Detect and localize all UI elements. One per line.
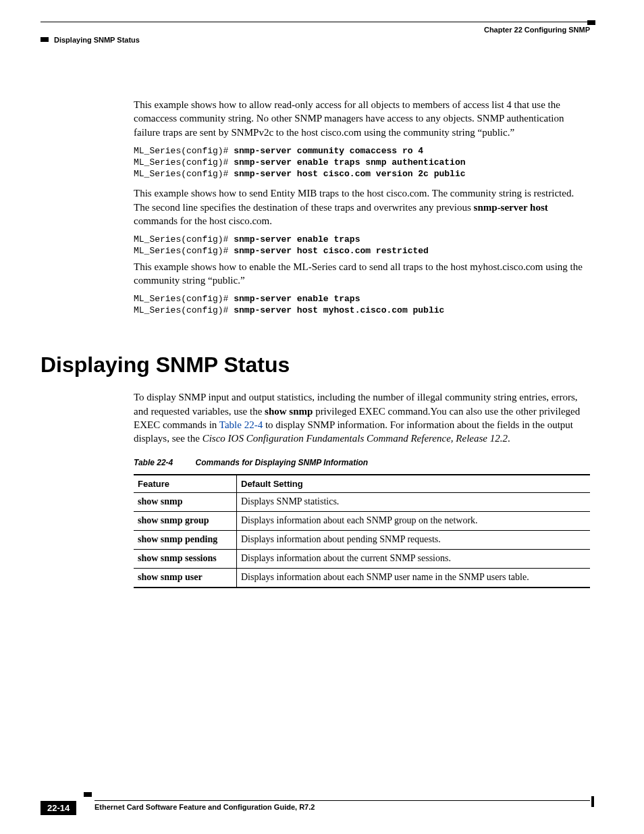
page: Chapter 22 Configuring SNMP Displaying S… <box>0 0 644 834</box>
table-header-feature: Feature <box>134 475 237 493</box>
right-edge-marker <box>591 796 594 807</box>
bold-text: snmp-server host <box>474 202 548 213</box>
feature-cell: show snmp <box>134 493 237 512</box>
prompt: ML_Series(config)# <box>134 157 234 167</box>
code-block-2: ML_Series(config)# snmp-server enable tr… <box>134 234 590 257</box>
section-heading: Displaying SNMP Status <box>41 350 590 380</box>
content-area: This example shows how to allow read-onl… <box>134 98 590 588</box>
paragraph-3: This example shows how to enable the ML-… <box>134 260 590 288</box>
table-caption: Table 22-4 Commands for Displaying SNMP … <box>134 457 590 468</box>
code-block-3: ML_Series(config)# snmp-server enable tr… <box>134 294 590 317</box>
prompt: ML_Series(config)# <box>134 234 234 244</box>
section-label: Displaying SNMP Status <box>54 36 140 44</box>
table-row: show snmp user Displays information abou… <box>134 568 590 587</box>
footer-title: Ethernet Card Software Feature and Confi… <box>95 803 590 811</box>
header-rule <box>41 22 590 22</box>
desc-cell: Displays SNMP statistics. <box>237 493 591 512</box>
desc-cell: Displays information about pending SNMP … <box>237 530 591 549</box>
table-row: show snmp group Displays information abo… <box>134 512 590 531</box>
feature-cell: show snmp user <box>134 568 237 587</box>
prompt: ML_Series(config)# <box>134 305 234 315</box>
table-header-default: Default Setting <box>237 475 591 493</box>
desc-cell: Displays information about each SNMP use… <box>237 568 591 587</box>
page-number: 22-14 <box>41 801 76 815</box>
paragraph-1: This example shows how to allow read-onl… <box>134 98 590 139</box>
paragraph-4: To display SNMP input and output statist… <box>134 390 590 445</box>
italic-text: Cisco IOS Configuration Fundamentals Com… <box>203 433 508 444</box>
command: snmp-server enable traps snmp authentica… <box>234 157 465 167</box>
bold-text: show snmp <box>265 406 313 417</box>
table-title: Commands for Displaying SNMP Information <box>196 458 369 467</box>
header-marker-right <box>587 20 595 25</box>
desc-cell: Displays information about the current S… <box>237 549 591 568</box>
feature-cell: show snmp sessions <box>134 549 237 568</box>
code-block-1: ML_Series(config)# snmp-server community… <box>134 146 590 180</box>
text: commands for the host cisco.com. <box>134 215 272 226</box>
commands-table: Feature Default Setting show snmp Displa… <box>134 474 590 588</box>
footer-rule <box>95 800 590 801</box>
paragraph-2: This example shows how to send Entity MI… <box>134 186 590 228</box>
command: snmp-server enable traps <box>234 234 360 244</box>
text: . <box>508 433 510 444</box>
table-row: show snmp sessions Displays information … <box>134 549 590 568</box>
command: snmp-server community comaccess ro 4 <box>234 146 423 156</box>
prompt: ML_Series(config)# <box>134 169 234 179</box>
chapter-label: Chapter 22 Configuring SNMP <box>41 26 590 34</box>
feature-cell: show snmp group <box>134 512 237 531</box>
table-row: show snmp pending Displays information a… <box>134 530 590 549</box>
table-label: Table 22-4 <box>134 458 173 467</box>
header-marker-left <box>41 37 49 42</box>
desc-cell: Displays information about each SNMP gro… <box>237 512 591 531</box>
footer: Ethernet Card Software Feature and Confi… <box>41 800 590 811</box>
cross-reference[interactable]: Table 22-4 <box>219 419 263 430</box>
command: snmp-server host cisco.com restricted <box>234 246 429 256</box>
command: snmp-server host cisco.com version 2c pu… <box>234 169 465 179</box>
footer-marker <box>84 792 92 797</box>
feature-cell: show snmp pending <box>134 530 237 549</box>
prompt: ML_Series(config)# <box>134 246 234 256</box>
prompt: ML_Series(config)# <box>134 146 234 156</box>
table-row: show snmp Displays SNMP statistics. <box>134 493 590 512</box>
command: snmp-server enable traps <box>234 294 360 304</box>
table-header-row: Feature Default Setting <box>134 475 590 493</box>
prompt: ML_Series(config)# <box>134 294 234 304</box>
command: snmp-server host myhost.cisco.com public <box>234 305 444 315</box>
